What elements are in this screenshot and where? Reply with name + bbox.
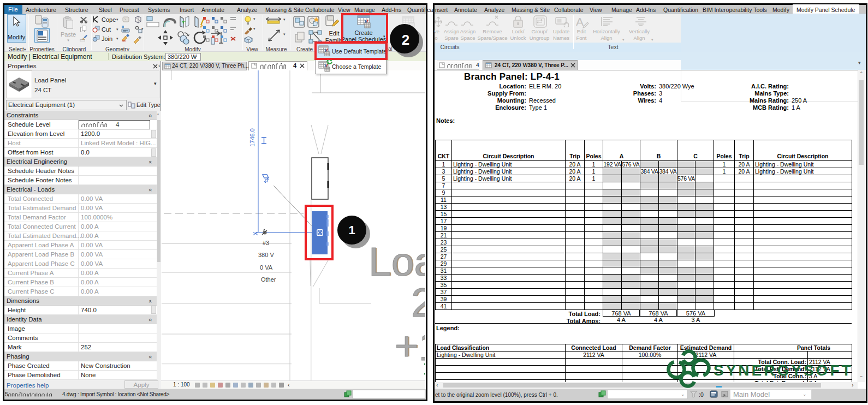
svg-text:A: A [576, 15, 584, 28]
svg-text:Other: Other [261, 276, 276, 283]
svg-text:2: 2 [411, 279, 425, 325]
svg-text:#3: #3 [263, 240, 269, 246]
svg-text:1746.0: 1746.0 [249, 128, 255, 147]
svg-text:0 VA: 0 VA [260, 264, 273, 271]
svg-text:380 V: 380 V [258, 252, 274, 258]
svg-text:SYNERGYSOFT: SYNERGYSOFT [714, 362, 853, 379]
svg-text:Loa: Loa [368, 239, 425, 284]
svg-text:+1: +1 [395, 323, 425, 369]
